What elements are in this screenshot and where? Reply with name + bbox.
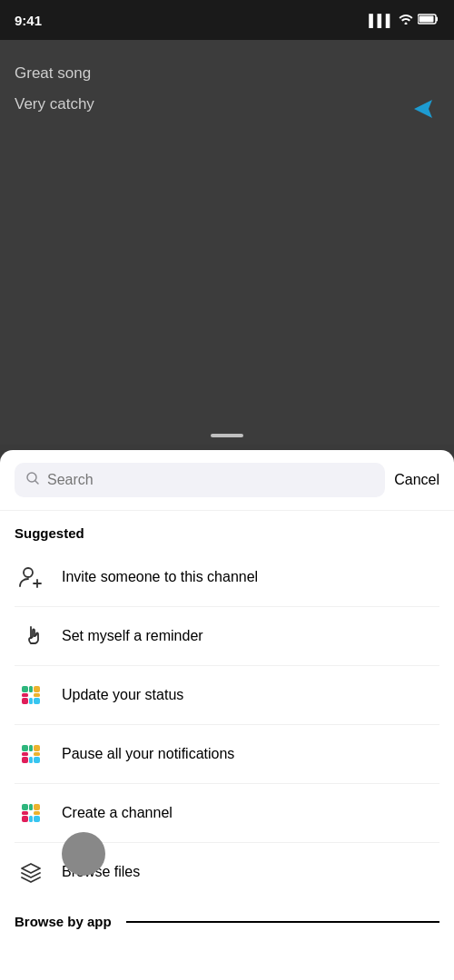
menu-item-channel[interactable]: Create a channel xyxy=(0,784,454,842)
signal-icon: ▌▌▌ xyxy=(369,14,394,27)
svg-rect-21 xyxy=(34,757,40,763)
menu-item-status[interactable]: Update your status xyxy=(0,666,454,724)
drag-handle[interactable] xyxy=(211,434,243,437)
person-plus-icon xyxy=(15,561,47,593)
slack-icon-notifications xyxy=(15,738,47,770)
svg-rect-28 xyxy=(22,816,28,822)
browse-by-app-line xyxy=(126,921,439,923)
svg-rect-2 xyxy=(436,16,438,21)
menu-item-files[interactable]: Browse files xyxy=(0,843,454,901)
search-bar-container: Cancel xyxy=(0,450,454,511)
svg-rect-18 xyxy=(22,745,28,751)
svg-rect-33 xyxy=(29,816,33,822)
browse-by-app-label: Browse by app xyxy=(15,914,112,929)
bottom-sheet: Cancel Suggested Invite someone to this … xyxy=(0,450,454,980)
svg-rect-10 xyxy=(22,686,28,692)
svg-rect-17 xyxy=(29,698,33,704)
svg-rect-11 xyxy=(34,686,40,692)
status-label: Update your status xyxy=(62,687,183,703)
channel-label: Create a channel xyxy=(62,805,173,821)
svg-rect-15 xyxy=(34,693,40,697)
search-icon xyxy=(25,471,40,489)
svg-rect-19 xyxy=(34,745,40,751)
cancel-button[interactable]: Cancel xyxy=(394,472,439,488)
tooltip-bubble xyxy=(62,832,105,876)
menu-item-notifications[interactable]: Pause all your notifications xyxy=(0,725,454,783)
invite-label: Invite someone to this channel xyxy=(62,569,258,585)
chat-line-2: Very catchy xyxy=(15,93,439,116)
svg-rect-12 xyxy=(22,698,28,704)
svg-rect-29 xyxy=(34,816,40,822)
wifi-icon xyxy=(399,14,413,27)
svg-rect-24 xyxy=(22,752,28,756)
search-input[interactable] xyxy=(47,472,374,488)
slack-icon-channel xyxy=(15,797,47,829)
svg-rect-13 xyxy=(34,698,40,704)
svg-rect-27 xyxy=(34,804,40,810)
battery-icon xyxy=(418,14,439,27)
svg-rect-16 xyxy=(22,693,28,697)
status-bar: 9:41 ▌▌▌ xyxy=(0,0,454,40)
svg-rect-32 xyxy=(22,811,28,815)
svg-marker-4 xyxy=(414,100,432,118)
menu-item-reminder[interactable]: Set myself a reminder xyxy=(0,607,454,665)
svg-point-0 xyxy=(405,22,408,24)
layers-icon xyxy=(15,856,47,888)
svg-rect-14 xyxy=(29,686,33,692)
browse-by-app-section: Browse by app xyxy=(0,901,454,942)
menu-item-invite[interactable]: Invite someone to this channel xyxy=(0,548,454,606)
svg-rect-30 xyxy=(29,804,33,810)
svg-rect-20 xyxy=(22,757,28,763)
reminder-icon xyxy=(15,620,47,652)
suggested-label: Suggested xyxy=(0,511,454,548)
svg-rect-25 xyxy=(29,757,33,763)
notifications-label: Pause all your notifications xyxy=(62,746,234,762)
search-input-wrapper[interactable] xyxy=(15,463,385,497)
svg-rect-31 xyxy=(34,811,40,815)
slack-icon-status xyxy=(15,679,47,711)
status-icons: ▌▌▌ xyxy=(369,14,439,27)
svg-rect-23 xyxy=(34,752,40,756)
svg-line-6 xyxy=(35,481,39,485)
send-button[interactable] xyxy=(407,93,439,125)
chat-area: Great song Very catchy xyxy=(0,40,454,445)
svg-point-7 xyxy=(24,568,33,577)
svg-rect-3 xyxy=(419,15,434,22)
chat-line-1: Great song xyxy=(15,62,439,85)
svg-rect-26 xyxy=(22,804,28,810)
reminder-label: Set myself a reminder xyxy=(62,628,203,644)
svg-rect-22 xyxy=(29,745,33,751)
status-time: 9:41 xyxy=(15,13,42,28)
